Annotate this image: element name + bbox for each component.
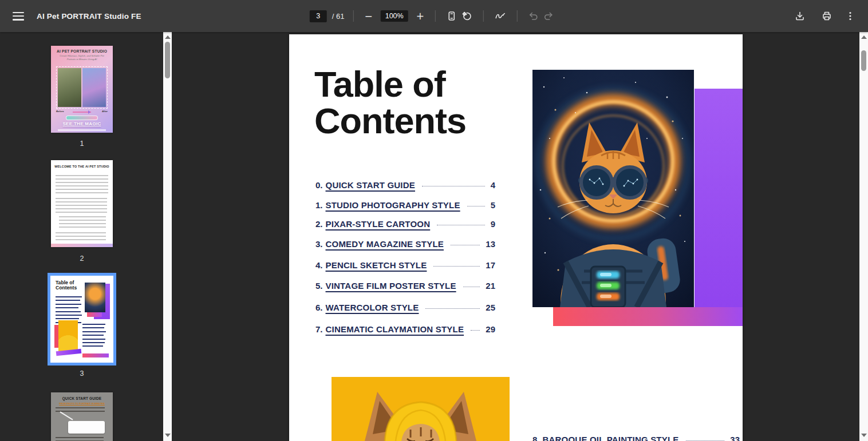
menu-icon[interactable] bbox=[13, 12, 24, 21]
see-the-magic-label: SEE THE MAGIC bbox=[51, 121, 113, 126]
toc-leader bbox=[433, 266, 480, 267]
thumbnail-label-3: 3 bbox=[51, 370, 113, 378]
pdf-viewer-window: AI Pet PORTRAIT Studio FE / 61 − 100% + bbox=[0, 0, 868, 441]
toc-link[interactable]: COMEDY MAGAZINE STYLE bbox=[326, 239, 444, 249]
toc-leader bbox=[437, 225, 484, 225]
annotate-pen-icon[interactable] bbox=[492, 9, 508, 23]
download-icon[interactable] bbox=[792, 9, 807, 23]
toc-entry: 5. VINTAGE FILM POSTER STYLE 21 bbox=[315, 281, 495, 291]
thumbnail-page-3-selected[interactable]: Table of Contents bbox=[48, 273, 116, 365]
before-after-arrow bbox=[73, 112, 91, 113]
page2-footer-bar bbox=[51, 244, 113, 247]
toc-link[interactable]: WATERCOLOR STYLE bbox=[326, 303, 419, 312]
toc-entry: 3. COMEDY MAGAZINE STYLE 13 bbox=[315, 239, 495, 249]
toc-leader bbox=[422, 186, 485, 186]
toc-entry: 4. PENCIL SKETCH STYLE 17 bbox=[315, 260, 495, 270]
mini-toc-lines-right bbox=[82, 324, 106, 349]
thumbnail-label-1: 1 bbox=[51, 140, 113, 148]
toc-leader bbox=[463, 287, 480, 287]
cosmic-cat-image bbox=[532, 70, 694, 307]
more-options-icon[interactable] bbox=[846, 9, 854, 23]
mini-raincoat-cat bbox=[58, 320, 78, 352]
mini-toc-heading: Table of Contents bbox=[56, 280, 90, 291]
toc-leader bbox=[425, 308, 480, 309]
sidebar-scrollbar-track[interactable] bbox=[163, 32, 172, 441]
raincoat-cat-image bbox=[332, 377, 510, 441]
toc-link[interactable]: BAROQUE OIL PAINTING STYLE bbox=[543, 435, 679, 441]
before-after-photos bbox=[56, 66, 108, 109]
sidebar-scrollbar-thumb[interactable] bbox=[165, 42, 170, 78]
toolbar-divider bbox=[483, 10, 484, 22]
thumbnail-page-1[interactable]: AI PET PORTRAIT STUDIO Create Hilarious,… bbox=[51, 46, 113, 133]
toc-leader bbox=[467, 206, 485, 206]
thumbnail-page-4[interactable]: QUICK START GUIDE FROM PHOTO TO PORTRAIT… bbox=[51, 392, 113, 441]
thumbnail-page-2[interactable]: WELCOME TO THE AI PET STUDIO bbox=[51, 160, 113, 247]
toc-link[interactable]: CINEMATIC CLAYMATION STYLE bbox=[326, 324, 464, 334]
main-scrollbar-track[interactable] bbox=[859, 32, 868, 441]
before-label: Before bbox=[56, 110, 64, 113]
page-count-label: / 61 bbox=[332, 12, 345, 21]
zoom-level[interactable]: 100% bbox=[381, 10, 408, 22]
undo-icon[interactable] bbox=[526, 9, 541, 23]
zoom-in-button[interactable]: + bbox=[414, 9, 427, 23]
toc-link[interactable]: VINTAGE FILM POSTER STYLE bbox=[326, 281, 456, 291]
welcome-heading: WELCOME TO THE AI PET STUDIO bbox=[51, 165, 113, 168]
cover-subtitle: Create Hilarious, Stylish, and Sellable … bbox=[51, 54, 113, 61]
toc-link[interactable]: QUICK START GUIDE bbox=[326, 180, 415, 190]
pdf-page-canvas: Table of Contents 0. QUICK START GUIDE 4… bbox=[289, 34, 743, 441]
toc-leader bbox=[451, 245, 480, 245]
quickstart-subheading: FROM PHOTO TO PORTRAIT IN MINUTES bbox=[51, 402, 113, 405]
toc-link[interactable]: PENCIL SKETCH STYLE bbox=[326, 260, 427, 270]
fit-to-page-icon[interactable] bbox=[444, 9, 459, 23]
main-scroll-up-icon[interactable] bbox=[861, 35, 867, 39]
document-title: AI Pet PORTRAIT Studio FE bbox=[37, 12, 141, 21]
redo-icon[interactable] bbox=[541, 9, 556, 23]
toc-entry: 7. CINEMATIC CLAYMATION STYLE 29 bbox=[315, 324, 495, 334]
pink-gradient-bar bbox=[553, 307, 743, 326]
toolbar: AI Pet PORTRAIT Studio FE / 61 − 100% + bbox=[0, 0, 868, 32]
print-icon[interactable] bbox=[819, 9, 834, 23]
page-title: Table of Contents bbox=[314, 66, 503, 139]
toc-leader bbox=[471, 330, 480, 331]
quickstart-heading: QUICK START GUIDE bbox=[51, 396, 113, 400]
toc-entry: 0. QUICK START GUIDE 4 bbox=[315, 180, 495, 190]
mini-bottom-bar bbox=[82, 353, 109, 357]
toolbar-divider bbox=[517, 10, 518, 22]
cover-footer-text bbox=[58, 129, 106, 131]
toc-entry: 8. BAROQUE OIL PAINTING STYLE 33 bbox=[532, 435, 740, 441]
cover-title: AI PET PORTRAIT STUDIO bbox=[51, 49, 113, 53]
main-scroll-down-icon[interactable] bbox=[861, 434, 867, 437]
cover-badge bbox=[66, 116, 98, 120]
toc-entry: 6. WATERCOLOR STYLE 25 bbox=[315, 303, 495, 312]
sidebar-scroll-up-icon[interactable] bbox=[165, 35, 171, 39]
sidebar-scroll-down-icon[interactable] bbox=[165, 434, 171, 437]
zoom-out-button[interactable]: − bbox=[362, 9, 374, 23]
page-number-input[interactable] bbox=[310, 10, 327, 22]
toc-link[interactable]: PIXAR-STYLE CARTOON bbox=[326, 219, 431, 229]
main-scrollbar-thumb[interactable] bbox=[861, 50, 866, 71]
toc-entry: 2. PIXAR-STYLE CARTOON 9 bbox=[315, 219, 495, 229]
mini-pink-bar bbox=[87, 312, 102, 317]
rotate-icon[interactable] bbox=[459, 9, 475, 24]
toolbar-divider bbox=[353, 10, 353, 22]
purple-accent-block bbox=[695, 89, 743, 326]
toc-entry: 1. STUDIO PHOTOGRAPHY STYLE 5 bbox=[315, 200, 495, 210]
toc-link[interactable]: STUDIO PHOTOGRAPHY STYLE bbox=[326, 200, 460, 210]
after-label: After bbox=[102, 110, 108, 113]
mini-prompt-box bbox=[68, 421, 105, 434]
toolbar-divider bbox=[435, 10, 436, 22]
thumbnail-label-2: 2 bbox=[51, 255, 113, 263]
